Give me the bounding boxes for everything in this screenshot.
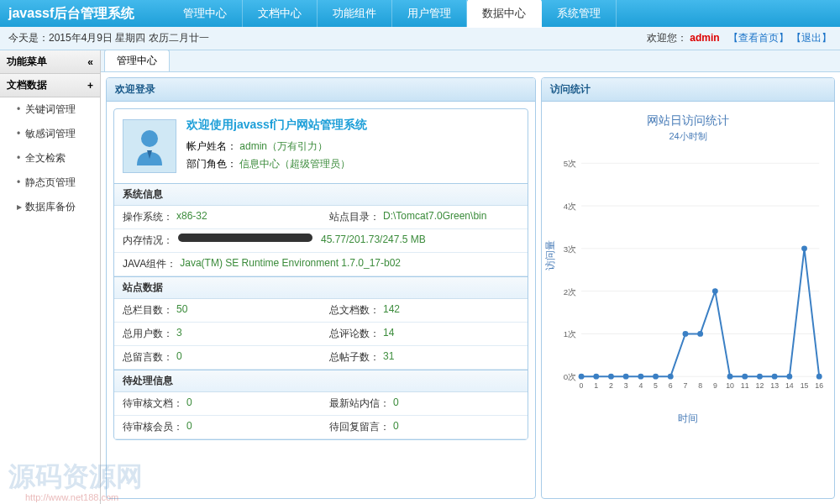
svg-point-42 — [757, 374, 763, 380]
mem-progress — [178, 234, 312, 242]
date-display: 今天是：2015年4月9日 星期四 农历二月廿一 — [8, 31, 209, 45]
tab-data-center[interactable]: 数据中心 — [467, 0, 542, 28]
svg-point-0 — [141, 130, 158, 147]
svg-text:6: 6 — [669, 381, 673, 390]
welcome-panel-title: 欢迎登录 — [107, 78, 535, 102]
content-tab-strip: 管理中心 — [101, 50, 840, 72]
tab-documents[interactable]: 文档中心 — [243, 0, 318, 28]
sidebar-item-static[interactable]: 静态页管理 — [0, 171, 100, 195]
svg-text:13: 13 — [770, 381, 779, 390]
svg-text:2次: 2次 — [564, 287, 576, 297]
welcome-heading: 欢迎使用javassf门户网站管理系统 — [186, 118, 367, 133]
sidebar-item-keywords[interactable]: 关键词管理 — [0, 97, 100, 122]
collapse-icon[interactable]: « — [87, 56, 93, 68]
svg-point-40 — [727, 374, 733, 380]
welcome-panel: 欢迎登录 欢迎使用javass — [106, 77, 536, 499]
svg-text:12: 12 — [756, 381, 764, 390]
sidebar-menu-title: 功能菜单 — [7, 55, 47, 69]
svg-text:10: 10 — [726, 381, 734, 390]
view-home-link[interactable]: 【查看首页】 — [728, 32, 789, 44]
nav-tabs: 管理中心 文档中心 功能组件 用户管理 数据中心 系统管理 — [168, 0, 617, 28]
os-value: x86-32 — [176, 210, 207, 224]
sidebar-item-backup[interactable]: 数据库备份 — [0, 195, 100, 219]
info-row: 总栏目数：50 — [114, 299, 321, 323]
expand-icon[interactable]: + — [87, 80, 93, 92]
svg-text:7: 7 — [684, 381, 688, 390]
user-icon — [129, 125, 171, 167]
info-row: 待回复留言：0 — [321, 416, 528, 439]
svg-point-34 — [638, 374, 643, 380]
sysinfo-title: 系统信息 — [114, 183, 528, 206]
info-row: 待审核文档：0 — [114, 392, 321, 416]
svg-point-32 — [608, 374, 614, 380]
sidebar-item-fulltext[interactable]: 全文检索 — [0, 146, 100, 171]
main-area: 管理中心 欢迎登录 — [101, 50, 840, 504]
logout-link[interactable]: 【退出】 — [791, 32, 832, 44]
svg-text:3次: 3次 — [564, 244, 576, 254]
sidebar: 功能菜单 « 文档数据 + 关键词管理 敏感词管理 全文检索 静态页管理 数据库… — [0, 50, 101, 504]
tab-users[interactable]: 用户管理 — [392, 0, 467, 28]
mem-label: 内存情况： — [123, 234, 173, 248]
svg-point-43 — [772, 374, 778, 380]
info-row: 总文档数：142 — [321, 299, 528, 323]
svg-text:14: 14 — [785, 381, 794, 390]
svg-point-30 — [579, 374, 585, 380]
info-row: 总帖子数：31 — [321, 346, 528, 370]
svg-text:4次: 4次 — [564, 202, 576, 211]
content-tab-management[interactable]: 管理中心 — [104, 50, 170, 71]
svg-text:8: 8 — [698, 381, 702, 390]
sidebar-section-header[interactable]: 文档数据 + — [0, 74, 100, 97]
java-label: JAVA组件： — [123, 257, 176, 271]
welcome-box: 欢迎使用javassf门户网站管理系统 帐户姓名： admin（万有引力） 部门… — [113, 108, 528, 440]
svg-text:0次: 0次 — [564, 372, 576, 381]
role-label: 部门角色： — [186, 158, 237, 170]
info-row: 总用户数：3 — [114, 323, 321, 346]
svg-point-33 — [623, 374, 629, 380]
svg-point-35 — [653, 374, 659, 380]
avatar — [123, 119, 176, 173]
x-axis-label: 时间 — [549, 412, 827, 426]
y-axis-label: 访问量 — [543, 240, 558, 270]
svg-text:5次: 5次 — [564, 159, 576, 168]
svg-point-41 — [742, 374, 748, 380]
svg-text:9: 9 — [713, 381, 717, 390]
chart-area: 访问量 0次1次2次3次4次5次012345678910111213141516 — [549, 148, 827, 408]
svg-text:4: 4 — [638, 381, 643, 390]
stats-panel: 访问统计 网站日访问统计 24小时制 访问量 0次1次2次3次4次5次01234… — [541, 77, 835, 499]
mem-value: 45.77/201.73/247.5 MB — [321, 234, 426, 248]
subheader: 今天是：2015年4月9日 星期四 农历二月廿一 欢迎您： admin 【查看首… — [0, 27, 840, 50]
dir-label: 站点目录： — [329, 210, 380, 224]
info-row: 总评论数：14 — [321, 323, 528, 346]
info-row: 待审核会员：0 — [114, 416, 321, 439]
sitedata-title: 站点数据 — [114, 276, 528, 299]
tab-components[interactable]: 功能组件 — [318, 0, 392, 28]
svg-text:1: 1 — [594, 381, 598, 390]
svg-point-37 — [683, 331, 689, 337]
account-value: admin（万有引力） — [239, 140, 328, 152]
svg-point-36 — [668, 374, 674, 380]
svg-point-39 — [712, 288, 718, 294]
sidebar-menu-header: 功能菜单 « — [0, 50, 100, 74]
tab-system[interactable]: 系统管理 — [542, 0, 617, 28]
svg-text:16: 16 — [815, 381, 823, 390]
svg-text:1次: 1次 — [564, 329, 576, 339]
info-row: 总留言数：0 — [114, 346, 321, 370]
svg-point-45 — [801, 245, 807, 251]
svg-text:5: 5 — [654, 381, 658, 390]
svg-point-46 — [816, 374, 822, 380]
account-label: 帐户姓名： — [186, 140, 237, 152]
svg-point-44 — [786, 374, 792, 380]
role-value: 信息中心（超级管理员） — [239, 158, 350, 170]
os-label: 操作系统： — [123, 210, 173, 224]
svg-text:0: 0 — [580, 381, 584, 390]
current-user: admin — [690, 32, 719, 44]
line-chart: 0次1次2次3次4次5次012345678910111213141516 — [549, 148, 827, 408]
svg-point-38 — [697, 331, 703, 337]
user-area: 欢迎您： admin 【查看首页】 【退出】 — [647, 31, 832, 45]
chart-subtitle: 24小时制 — [549, 130, 827, 143]
svg-point-31 — [593, 374, 599, 380]
tab-management[interactable]: 管理中心 — [168, 0, 243, 28]
sidebar-item-sensitive[interactable]: 敏感词管理 — [0, 122, 100, 146]
dir-value: D:\Tomcat7.0Green\bin — [383, 210, 486, 224]
welcome-label: 欢迎您： — [647, 32, 687, 44]
